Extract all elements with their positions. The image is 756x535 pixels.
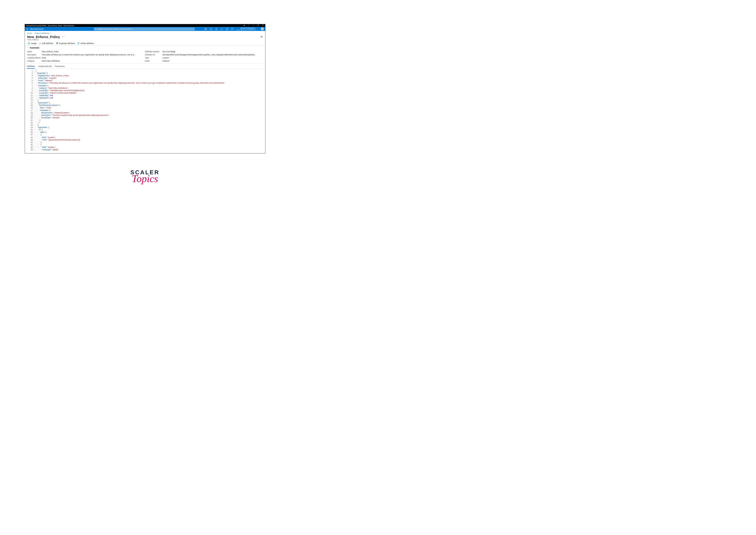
chevron-right-icon: › bbox=[50, 33, 51, 34]
assign-label: Assign bbox=[31, 42, 37, 44]
prop-value: New Policy Definitions bbox=[41, 60, 60, 62]
kebab-icon[interactable]: ⋮ bbox=[248, 24, 250, 27]
brand-label: Microsoft Azure bbox=[30, 28, 43, 30]
cloud-shell-icon[interactable] bbox=[204, 28, 207, 30]
prop-value: Custom bbox=[162, 57, 169, 59]
prop-label: Definition ID bbox=[145, 54, 162, 56]
divider bbox=[25, 63, 265, 64]
prop-value: Indexed bbox=[162, 60, 169, 62]
notifications-icon[interactable] bbox=[215, 28, 218, 30]
command-bar: Assign Edit definition Duplicate definit… bbox=[27, 42, 263, 44]
delete-label: Delete definition bbox=[80, 42, 94, 44]
prop-label: Mode bbox=[145, 60, 162, 62]
extension-icon[interactable]: ✦ bbox=[243, 24, 245, 27]
os-titlebar: Microsoft Azure portal (PWA) - New_Enfor… bbox=[25, 24, 265, 27]
prop-label: Description bbox=[27, 54, 41, 56]
delete-button[interactable]: Delete definition bbox=[77, 42, 94, 44]
breadcrumb-home[interactable]: Home bbox=[27, 32, 32, 34]
line-gutter: 1234567891011121314151617181920212223242… bbox=[27, 70, 34, 153]
svg-point-5 bbox=[262, 28, 262, 29]
page-subtitle: Policy definition bbox=[27, 39, 263, 41]
feedback-icon[interactable] bbox=[231, 28, 234, 30]
duplicate-button[interactable]: Duplicate definition bbox=[56, 42, 75, 44]
assign-button[interactable]: Assign bbox=[28, 42, 37, 44]
prop-label: Name bbox=[27, 51, 41, 53]
svg-point-0 bbox=[95, 28, 96, 29]
prop-value: This policy will allow you to restrict t… bbox=[41, 54, 137, 56]
maximize-icon[interactable]: ▢ bbox=[257, 24, 259, 27]
breadcrumb-definitions[interactable]: Policy | Definitions bbox=[35, 32, 49, 34]
essentials-label: Essentials bbox=[30, 47, 39, 49]
more-actions-icon[interactable]: ⋯ bbox=[62, 35, 65, 38]
svg-rect-2 bbox=[205, 28, 207, 30]
tab-parameters[interactable]: Parameters bbox=[55, 65, 65, 69]
svg-rect-6 bbox=[28, 43, 29, 44]
prop-value: Deny bbox=[41, 57, 46, 59]
directories-icon[interactable] bbox=[210, 28, 212, 30]
prop-value: New_Enforce_Policy bbox=[41, 51, 59, 53]
assign-icon bbox=[28, 42, 30, 44]
json-editor[interactable]: 1234567891011121314151617181920212223242… bbox=[27, 70, 263, 153]
tab-definition[interactable]: Definition bbox=[27, 65, 35, 69]
user-email: abhinav41999@gmail.c... bbox=[236, 27, 257, 29]
search-placeholder: Search resources, services, and docs (G+… bbox=[98, 28, 132, 30]
scaler-watermark: SCALER Topics bbox=[130, 169, 160, 184]
search-input[interactable]: Search resources, services, and docs (G+… bbox=[94, 28, 195, 30]
azure-topbar: ≡ Microsoft Azure Search resources, serv… bbox=[25, 27, 265, 31]
tab-assignments[interactable]: Assignments (0) bbox=[38, 65, 52, 69]
tabs: Definition Assignments (0) Parameters bbox=[25, 65, 265, 69]
prop-label: Definition location bbox=[145, 51, 162, 53]
azure-portal-window: Microsoft Azure portal (PWA) - New_Enfor… bbox=[25, 24, 265, 154]
user-account[interactable]: abhinav41999@gmail.c... MY AZURE BLOGS (… bbox=[236, 27, 257, 30]
duplicate-icon bbox=[56, 42, 58, 44]
chevron-right-icon: › bbox=[33, 33, 34, 34]
page-content: Home › Policy | Definitions › New_Enforc… bbox=[25, 31, 265, 153]
breadcrumb: Home › Policy | Definitions › bbox=[27, 32, 263, 34]
search-icon bbox=[95, 28, 97, 30]
edit-button[interactable]: Edit definition bbox=[39, 42, 54, 44]
close-blade-icon[interactable]: ✕ bbox=[260, 35, 263, 39]
pencil-icon bbox=[39, 42, 41, 44]
svg-line-1 bbox=[96, 29, 97, 30]
page-title: New_Enforce_Policy bbox=[27, 35, 60, 39]
settings-icon[interactable] bbox=[220, 28, 223, 30]
minimize-icon[interactable]: — bbox=[253, 24, 255, 27]
hamburger-icon[interactable]: ≡ bbox=[25, 28, 30, 30]
edit-label: Edit definition bbox=[42, 42, 54, 44]
duplicate-label: Duplicate definition bbox=[59, 42, 75, 44]
prop-label: Type bbox=[145, 57, 162, 59]
close-icon[interactable]: ✕ bbox=[262, 24, 264, 27]
code-body: { "properties": { "displayName": "New_En… bbox=[34, 70, 263, 153]
tenant-label: MY AZURE BLOGS (MYPERSONA... bbox=[236, 29, 257, 30]
avatar[interactable] bbox=[261, 27, 264, 30]
essentials-toggle[interactable]: Essentials bbox=[27, 47, 263, 49]
essentials-properties: NameNew_Enforce_Policy DescriptionThis p… bbox=[27, 50, 263, 63]
prop-label: Available Effects bbox=[27, 57, 41, 59]
prop-label: Category bbox=[27, 60, 41, 62]
svg-point-3 bbox=[221, 28, 222, 29]
help-icon[interactable] bbox=[226, 28, 228, 30]
trash-icon bbox=[77, 42, 80, 44]
window-title: Microsoft Azure portal (PWA) - New_Enfor… bbox=[26, 25, 243, 26]
prop-value: /providers/Microsoft.Management/manageme… bbox=[162, 54, 257, 56]
topics-label: Topics bbox=[130, 173, 160, 184]
prop-value: My Azure Blogs bbox=[162, 51, 176, 53]
chevron-up-icon bbox=[27, 47, 29, 49]
